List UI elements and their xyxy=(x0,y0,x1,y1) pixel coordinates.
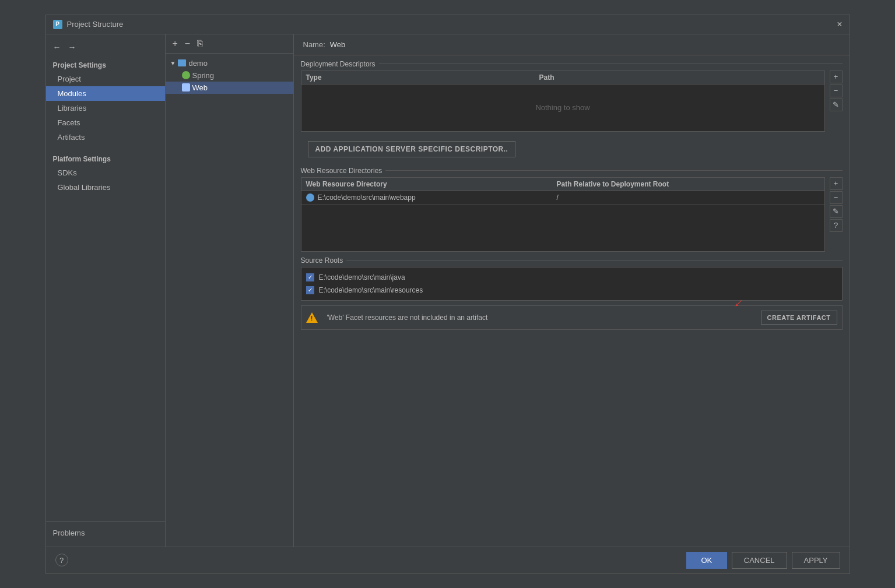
sidebar: ← → Project Settings Project Modules Lib… xyxy=(46,34,166,547)
help-button[interactable]: ? xyxy=(55,554,68,566)
forward-button[interactable]: → xyxy=(66,41,79,53)
ok-button[interactable]: OK xyxy=(686,552,727,569)
tree-item-demo[interactable]: ▼ demo xyxy=(166,57,293,69)
bottom-left: ? xyxy=(55,554,68,566)
sidebar-divider xyxy=(46,521,165,522)
apply-button[interactable]: APPLY xyxy=(792,552,840,569)
source-root-resources-checkbox[interactable]: ✓ xyxy=(306,286,314,294)
directory-icon xyxy=(306,193,314,202)
warning-bar: ! 'Web' Facet resources are not included… xyxy=(301,305,843,330)
wr-edit-button[interactable]: ✎ xyxy=(830,205,843,218)
sidebar-item-artifacts[interactable]: Artifacts xyxy=(46,130,165,145)
wr-cell-path: / xyxy=(557,193,820,202)
source-roots-title: Source Roots xyxy=(301,256,843,265)
bottom-right: OK CANCEL APPLY xyxy=(686,552,840,569)
deployment-descriptors-title: Deployment Descriptors xyxy=(301,60,843,68)
deployment-add-button[interactable]: + xyxy=(830,71,843,83)
deployment-remove-button[interactable]: − xyxy=(830,84,843,97)
tree-remove-button[interactable]: − xyxy=(182,38,192,50)
platform-settings-header: Platform Settings xyxy=(46,152,165,166)
wr-th-path: Path Relative to Deployment Root xyxy=(557,180,820,188)
sidebar-item-project[interactable]: Project xyxy=(46,72,165,86)
web-icon xyxy=(182,83,190,91)
spring-icon xyxy=(182,71,190,79)
web-resource-section: Web Resource Directory Path Relative to … xyxy=(301,177,843,252)
cancel-button[interactable]: CANCEL xyxy=(732,552,787,569)
create-artifact-button[interactable]: CREATE ARTIFACT xyxy=(761,311,837,325)
tree-item-spring[interactable]: Spring xyxy=(166,69,293,82)
deployment-table: Type Path Nothing to show xyxy=(301,71,825,132)
tree-panel: + − ⎘ ▼ demo Spring Web xyxy=(166,34,294,547)
sidebar-item-libraries[interactable]: Libraries xyxy=(46,101,165,115)
source-roots-container: ✓ E:\code\demo\src\main\java ✓ E:\code\d… xyxy=(301,267,843,301)
deployment-edit-button[interactable]: ✎ xyxy=(830,98,843,111)
warning-left: ! 'Web' Facet resources are not included… xyxy=(306,312,488,323)
add-descriptor-button[interactable]: ADD APPLICATION SERVER SPECIFIC DESCRIPT… xyxy=(308,141,516,157)
web-resource-table: Web Resource Directory Path Relative to … xyxy=(301,177,825,252)
deployment-descriptors-section: Type Path Nothing to show + − ✎ xyxy=(301,71,843,132)
sidebar-item-sdks[interactable]: SDKs xyxy=(46,166,165,180)
name-bar: Name: Web xyxy=(294,34,850,55)
source-root-resources-row: ✓ E:\code\demo\src\main\resources xyxy=(306,284,837,297)
warning-text: 'Web' Facet resources are not included i… xyxy=(327,314,488,322)
warning-triangle-icon: ! xyxy=(306,312,318,323)
tree-add-button[interactable]: + xyxy=(170,38,180,50)
wr-help-button[interactable]: ? xyxy=(830,219,843,232)
wr-remove-button[interactable]: − xyxy=(830,191,843,204)
th-type: Type xyxy=(306,73,539,82)
bottom-bar: ? OK CANCEL APPLY xyxy=(46,547,850,573)
empty-text: Nothing to show xyxy=(535,103,589,112)
tree-copy-button[interactable]: ⎘ xyxy=(195,38,205,50)
wr-side-buttons: + − ✎ ? xyxy=(830,177,843,252)
wr-cell-directory: E:\code\demo\src\main\webapp xyxy=(306,193,557,202)
tree-toolbar: + − ⎘ xyxy=(166,34,293,54)
tree-item-web[interactable]: Web xyxy=(166,82,293,94)
name-label: Name: xyxy=(303,40,325,49)
deployment-table-wrap: Type Path Nothing to show xyxy=(301,71,825,132)
title-bar-left: P Project Structure xyxy=(53,20,124,29)
web-resource-directories-title: Web Resource Directories xyxy=(301,167,843,175)
main-content: ← → Project Settings Project Modules Lib… xyxy=(46,34,850,547)
wr-table-header: Web Resource Directory Path Relative to … xyxy=(301,178,824,191)
deployment-side-buttons: + − ✎ xyxy=(830,71,843,132)
sidebar-item-facets[interactable]: Facets xyxy=(46,115,165,130)
web-resource-table-wrap: Web Resource Directory Path Relative to … xyxy=(301,177,825,252)
wr-th-directory: Web Resource Directory xyxy=(306,180,557,188)
th-path: Path xyxy=(539,73,820,82)
project-settings-header: Project Settings xyxy=(46,58,165,72)
deployment-table-header: Type Path xyxy=(301,71,824,84)
close-button[interactable]: × xyxy=(837,20,842,29)
title-bar: P Project Structure × xyxy=(46,15,850,34)
app-icon: P xyxy=(53,20,62,29)
back-button[interactable]: ← xyxy=(51,41,64,53)
source-root-java-row: ✓ E:\code\demo\src\main\java xyxy=(306,271,837,284)
expand-arrow: ▼ xyxy=(170,60,176,66)
project-structure-dialog: P Project Structure × ← → Project Settin… xyxy=(45,15,850,574)
sidebar-item-problems[interactable]: Problems xyxy=(46,524,165,542)
deployment-table-body: Nothing to show xyxy=(301,84,824,131)
right-panel-scroll: Deployment Descriptors Type Path Nothing… xyxy=(294,55,850,547)
sidebar-item-global-libraries[interactable]: Global Libraries xyxy=(46,180,165,195)
sidebar-item-modules[interactable]: Modules xyxy=(46,86,165,101)
dialog-title: Project Structure xyxy=(67,20,124,29)
wr-table-row[interactable]: E:\code\demo\src\main\webapp / xyxy=(301,191,824,205)
wr-add-button[interactable]: + xyxy=(830,177,843,190)
tree-content: ▼ demo Spring Web xyxy=(166,54,293,547)
source-root-resources-label: E:\code\demo\src\main\resources xyxy=(319,286,423,294)
right-panel: Name: Web Deployment Descriptors Type xyxy=(294,34,850,547)
folder-icon xyxy=(178,59,186,66)
name-value: Web xyxy=(330,40,346,49)
source-root-java-checkbox[interactable]: ✓ xyxy=(306,273,314,281)
source-root-java-label: E:\code\demo\src\main\java xyxy=(319,273,405,281)
